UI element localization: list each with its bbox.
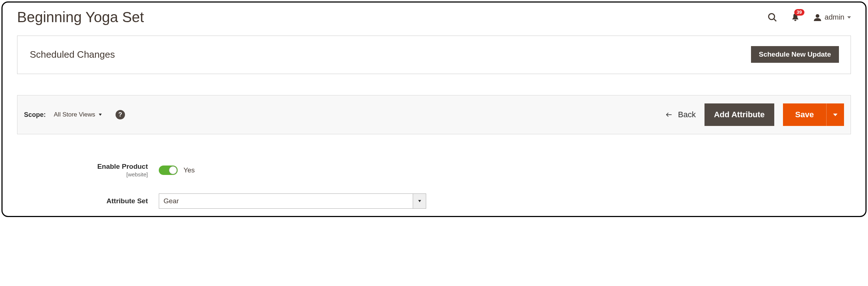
attribute-set-dropdown-button[interactable] <box>413 193 426 209</box>
enable-product-label: Enable Product <box>97 163 148 170</box>
add-attribute-button[interactable]: Add Attribute <box>705 103 774 126</box>
header-actions: 39 admin <box>767 12 851 23</box>
toggle-knob <box>169 166 177 174</box>
user-name-label: admin <box>825 13 844 21</box>
scope-selector[interactable]: All Store Views <box>54 111 102 118</box>
product-form: Enable Product [website] Yes Attribute S… <box>17 163 851 209</box>
notifications-icon[interactable]: 39 <box>791 12 800 23</box>
scheduled-changes-title: Scheduled Changes <box>30 49 115 60</box>
enable-product-toggle[interactable] <box>159 166 178 175</box>
svg-rect-2 <box>794 20 796 21</box>
chevron-down-icon <box>833 114 837 116</box>
search-icon[interactable] <box>767 12 778 23</box>
notification-badge: 39 <box>794 9 804 16</box>
attribute-set-select[interactable] <box>159 193 426 209</box>
back-label: Back <box>678 110 696 119</box>
chevron-down-icon <box>847 16 851 19</box>
scope-label: Scope: <box>24 111 46 119</box>
enable-product-value: Yes <box>183 166 195 174</box>
user-menu[interactable]: admin <box>813 13 851 22</box>
help-icon[interactable]: ? <box>116 110 125 119</box>
attribute-set-label: Attribute Set <box>106 197 148 205</box>
attribute-set-input[interactable] <box>159 193 413 209</box>
chevron-down-icon <box>99 114 102 116</box>
page-title: Beginning Yoga Set <box>17 9 144 25</box>
scheduled-changes-panel: Scheduled Changes Schedule New Update <box>17 36 851 74</box>
schedule-new-update-button[interactable]: Schedule New Update <box>751 46 839 63</box>
back-button[interactable]: Back <box>665 110 696 119</box>
svg-line-1 <box>774 19 776 21</box>
user-icon <box>813 13 822 22</box>
save-dropdown-button[interactable] <box>826 103 844 126</box>
arrow-left-icon <box>665 111 673 118</box>
chevron-down-icon <box>418 200 421 202</box>
enable-product-sublabel: [website] <box>17 171 148 177</box>
save-split-button: Save <box>783 103 844 126</box>
svg-point-3 <box>816 14 819 18</box>
scope-value-text: All Store Views <box>54 111 95 118</box>
save-button[interactable]: Save <box>783 103 826 126</box>
action-toolbar: Scope: All Store Views ? Back Add Attrib… <box>17 95 851 134</box>
svg-point-0 <box>768 13 774 19</box>
